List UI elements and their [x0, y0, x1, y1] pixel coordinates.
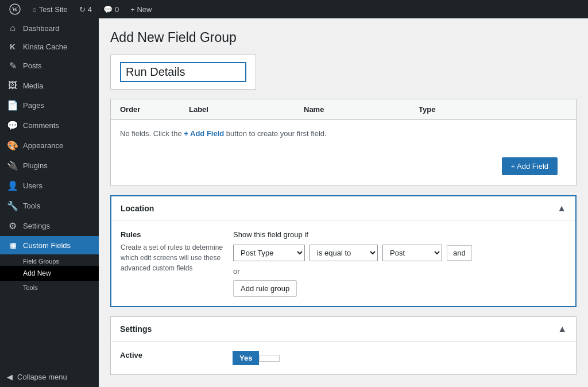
active-toggle: Yes: [233, 351, 567, 365]
kinsta-icon: K: [7, 42, 18, 51]
field-group-name-input[interactable]: [120, 62, 246, 82]
sidebar-label-pages: Pages: [23, 101, 44, 110]
tools-icon: 🔧: [7, 200, 18, 211]
rule-row: Post Type Page Template Post Status is e…: [233, 245, 566, 261]
rule-value-select[interactable]: Post Page Attachment: [382, 245, 442, 261]
location-title: Location: [121, 204, 154, 213]
fields-table-empty: No fields. Click the + Add Field button …: [111, 120, 576, 147]
col-type: Type: [419, 105, 567, 114]
sidebar-label-dashboard: Dashboard: [23, 24, 60, 33]
media-icon: 🖼: [7, 80, 18, 91]
sidebar-item-kinsta[interactable]: K Kinsta Cache: [0, 38, 99, 56]
location-body: Rules Create a set of rules to determine…: [111, 221, 575, 306]
comments-icon: 💬: [103, 5, 113, 14]
main-content: Add New Field Group Order Label Name Typ…: [99, 18, 588, 387]
dashboard-icon: ⌂: [7, 23, 18, 33]
location-toggle[interactable]: ▲: [557, 203, 566, 214]
add-field-button[interactable]: + Add Field: [502, 157, 558, 175]
rules-content: Show this field group if Post Type Page …: [233, 230, 566, 297]
new-label: + New: [130, 5, 152, 14]
or-label: or: [233, 267, 566, 276]
updates-item[interactable]: ↻ 4: [75, 0, 96, 18]
rules-title: Rules: [121, 230, 224, 239]
sidebar-item-custom-fields[interactable]: ▦ Custom Fields: [0, 236, 99, 254]
rules-label-col: Rules Create a set of rules to determine…: [121, 230, 224, 297]
field-group-name-box: [110, 55, 256, 90]
comments-sidebar-icon: 💬: [7, 120, 18, 131]
posts-icon: ✎: [7, 60, 18, 71]
custom-fields-icon: ▦: [7, 241, 18, 250]
admin-bar: W ⌂ Test Site ↻ 4 💬 0 + New: [0, 0, 588, 18]
rule-and-button[interactable]: and: [447, 245, 472, 261]
sidebar-label-tools: Tools: [23, 202, 40, 210]
sidebar-item-comments[interactable]: 💬 Comments: [0, 115, 99, 136]
tools-sub-label: Tools: [23, 284, 38, 291]
site-name: Test Site: [39, 5, 68, 14]
sidebar-label-appearance: Appearance: [23, 141, 63, 150]
sidebar: ⌂ Dashboard K Kinsta Cache ✎ Posts 🖼 Med…: [0, 18, 99, 387]
col-name: Name: [304, 105, 419, 114]
toggle-no-button[interactable]: [259, 355, 280, 362]
sidebar-item-appearance[interactable]: 🎨 Appearance: [0, 136, 99, 156]
add-new-label: Add New: [23, 269, 51, 277]
updates-count: 4: [88, 5, 92, 14]
sidebar-label-comments: Comments: [23, 121, 59, 130]
collapse-label: Collapse menu: [17, 373, 67, 381]
new-content-item[interactable]: + New: [126, 0, 156, 18]
location-header: Location ▲: [111, 196, 575, 221]
svg-text:W: W: [12, 6, 18, 13]
site-name-item[interactable]: ⌂ Test Site: [28, 0, 72, 18]
empty-message-pre: No fields. Click the: [120, 129, 182, 138]
fields-table: Order Label Name Type No fields. Click t…: [110, 99, 577, 186]
appearance-icon: 🎨: [7, 140, 18, 151]
rule-condition-select[interactable]: is equal to is not equal to: [310, 245, 378, 261]
sidebar-item-plugins[interactable]: 🔌 Plugins: [0, 156, 99, 176]
settings-icon: ⚙: [7, 220, 18, 231]
add-rule-group-button[interactable]: Add rule group: [233, 280, 297, 297]
wp-logo-icon: W: [9, 3, 21, 15]
comments-item[interactable]: 💬 0: [99, 0, 123, 18]
wp-logo-item[interactable]: W: [5, 0, 25, 18]
sidebar-label-custom-fields: Custom Fields: [23, 241, 71, 250]
sidebar-item-media[interactable]: 🖼 Media: [0, 76, 99, 95]
fields-table-footer: + Add Field: [111, 147, 576, 185]
empty-message-post: button to create your first field.: [226, 129, 327, 138]
field-groups-label: Field Groups: [23, 258, 59, 265]
settings-section: Settings ▲ Active Yes: [110, 316, 577, 375]
sidebar-label-plugins: Plugins: [23, 161, 48, 170]
sidebar-add-new[interactable]: Add New: [0, 266, 99, 281]
rules-desc: Create a set of rules to determine which…: [121, 242, 224, 273]
sidebar-label-settings: Settings: [23, 222, 50, 230]
settings-header: Settings ▲: [111, 317, 576, 342]
rule-field-type-select[interactable]: Post Type Page Template Post Status: [233, 245, 305, 261]
settings-content: Yes: [233, 351, 567, 365]
sidebar-item-tools[interactable]: 🔧 Tools: [0, 196, 99, 216]
sidebar-item-dashboard[interactable]: ⌂ Dashboard: [0, 18, 99, 38]
settings-toggle[interactable]: ▲: [558, 324, 567, 334]
app-body: ⌂ Dashboard K Kinsta Cache ✎ Posts 🖼 Med…: [0, 18, 588, 387]
sidebar-item-settings[interactable]: ⚙ Settings: [0, 216, 99, 236]
show-if-label: Show this field group if: [233, 230, 566, 239]
page-title: Add New Field Group: [110, 30, 577, 45]
settings-title: Settings: [120, 324, 152, 334]
location-section: Location ▲ Rules Create a set of rules t…: [110, 195, 577, 307]
settings-body: Active Yes: [111, 342, 576, 374]
plugins-icon: 🔌: [7, 160, 18, 171]
sidebar-item-pages[interactable]: 📄 Pages: [0, 95, 99, 115]
sidebar-label-media: Media: [23, 82, 43, 90]
users-icon: 👤: [7, 180, 18, 191]
toggle-yes-button[interactable]: Yes: [233, 351, 259, 365]
add-field-inline-link[interactable]: + Add Field: [184, 129, 226, 138]
col-order: Order: [120, 105, 189, 114]
comments-count: 0: [115, 5, 119, 14]
sidebar-field-groups[interactable]: Field Groups: [0, 254, 99, 266]
active-label: Active: [120, 351, 223, 365]
collapse-menu[interactable]: ◀ Collapse menu: [0, 367, 99, 387]
sidebar-tools-sub[interactable]: Tools: [0, 281, 99, 292]
fields-table-header: Order Label Name Type: [111, 99, 576, 120]
sidebar-item-posts[interactable]: ✎ Posts: [0, 56, 99, 76]
updates-icon: ↻: [79, 5, 86, 14]
sidebar-item-users[interactable]: 👤 Users: [0, 176, 99, 196]
col-label: Label: [189, 105, 304, 114]
pages-icon: 📄: [7, 100, 18, 111]
